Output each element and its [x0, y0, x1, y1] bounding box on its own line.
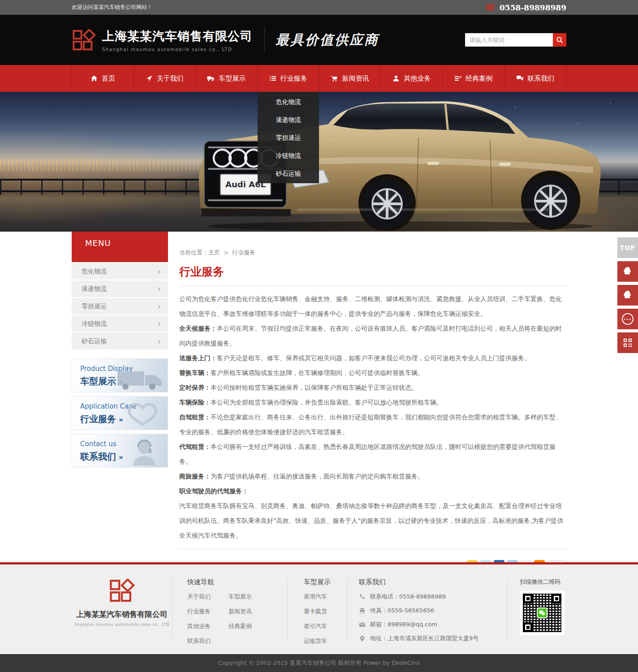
- list-check-icon: [454, 75, 461, 82]
- sidebar-menu-item[interactable]: 冷链物流 ›: [72, 315, 168, 332]
- sidebar-menu-item[interactable]: 速递物流 ›: [72, 280, 168, 297]
- nav-label: 联系我们: [528, 74, 555, 83]
- search-input[interactable]: [465, 33, 553, 47]
- paragraph-lead: 商旅服务：: [179, 473, 211, 480]
- chevron-right-icon: ›: [158, 319, 161, 328]
- nav-item-models[interactable]: 车型展示: [195, 65, 257, 92]
- paragraph-lead: 车辆保险：: [179, 399, 211, 406]
- sidebar-header: 行业服务 MENU: [72, 232, 168, 262]
- site-logo[interactable]: 上海某某汽车销售有限公司 Shanghai moumou automobile …: [72, 28, 253, 52]
- phone-handset-icon: [359, 594, 366, 600]
- qzone-share-icon[interactable]: ★: [467, 560, 478, 562]
- footer-model-link[interactable]: 重卡载货: [304, 607, 347, 616]
- more-share-icon[interactable]: ✚: [534, 560, 545, 562]
- contact-row: 传真：0559-56565656: [359, 607, 507, 615]
- sina-weibo-share-icon[interactable]: ◉: [480, 560, 491, 562]
- footer-model-link[interactable]: 运输货车: [304, 637, 347, 645]
- location-arrow-icon: [146, 75, 153, 82]
- dropdown-item[interactable]: 砂石运输: [258, 164, 319, 182]
- nav-item-services[interactable]: 行业服务: [257, 65, 319, 92]
- share-bar: ★ ◉ 人 Ⓟ ♞ ✚ 0: [179, 560, 566, 562]
- search-button[interactable]: [553, 33, 566, 47]
- footer-quick-nav: 快速导航 关于我们车型展示行业服务新闻资讯其他业务经典案例联系我们: [172, 578, 288, 641]
- dropdown-item[interactable]: 零担速运: [258, 129, 319, 146]
- floating-toolbar: TOP ...: [617, 237, 638, 353]
- magnifier-icon: [556, 36, 563, 43]
- share-count: 0: [548, 560, 566, 562]
- truck-photo: [116, 365, 167, 391]
- nav-item-cases[interactable]: 经典案例: [442, 65, 504, 92]
- company-name: 上海某某汽车销售有限公司: [102, 28, 253, 44]
- wechat-icon: [537, 607, 547, 618]
- nav-item-news[interactable]: 新闻资讯: [319, 65, 381, 92]
- paragraph-text: 客户所租车辆遇险或发生故障，在车辆修理期间，公司可提供临时替换车辆。: [211, 369, 424, 376]
- wechat-qr-code: [520, 590, 565, 635]
- chevron-right-icon: ›: [158, 284, 161, 293]
- tieba-share-icon[interactable]: ♞: [521, 560, 531, 562]
- nav-label: 其他业务: [404, 74, 431, 83]
- paragraph-text: 客户无论是租车、修车、保养或其它相关问题，如客户不便来我公司办理，公司可派相关专…: [217, 354, 530, 362]
- sidebar-menu: 危化物流 › 速递物流 › 零担速运 › 冷链物流 ›: [72, 263, 168, 349]
- paragraph-text: 不论您是家庭出行、商务往来、公务出行、出外旅行还是短期替换车，我们都能向您提供符…: [179, 414, 562, 435]
- page-title: 行业服务: [179, 264, 566, 286]
- paragraph-text: 本公司按时给租赁车辆实施保养，以保障客户所租车辆处于正常运转状态。: [211, 384, 418, 391]
- promo-services[interactable]: Application Case 行业服务»: [72, 396, 168, 430]
- qq-contact-button-1[interactable]: [617, 261, 638, 282]
- paragraph: 代驾租赁：本公司拥有一支经过严格训练，高素质、熟悉长春及周边地区道路情况的驾驶员…: [179, 439, 566, 469]
- main-nav: 首页 关于我们 车型展示 行业服务 新闻资讯 其他业务: [0, 65, 638, 92]
- sidebar-menu-label: 速递物流: [82, 285, 107, 293]
- footer-column-title: 快速导航: [187, 578, 287, 586]
- sidebar-menu-item[interactable]: 零担速运 ›: [72, 298, 168, 314]
- back-to-top-button[interactable]: TOP: [617, 237, 638, 258]
- qq-contact-button-2[interactable]: [617, 285, 638, 306]
- paragraph-lead: 替换车辆：: [179, 369, 211, 376]
- breadcrumb-current: 行业服务: [232, 249, 255, 256]
- heart-hands-photo: [116, 399, 167, 429]
- breadcrumb: 当前位置：主页 > 行业服务: [179, 249, 566, 257]
- qr-finder-mark: [523, 622, 533, 632]
- paragraph: 替换车辆：客户所租车辆遇险或发生故障，在车辆修理期间，公司可提供临时替换车辆。: [179, 366, 566, 380]
- share-buttons: ★ ◉ 人 Ⓟ ♞ ✚: [467, 560, 545, 562]
- footer-nav-link[interactable]: 联系我们: [187, 637, 228, 645]
- tencent-pengyou-share-icon[interactable]: Ⓟ: [507, 560, 518, 562]
- paragraph: 全天候服务：本公司在周末、节假日均提供正常服务。在夜间，公司设有值班人员。客户遇…: [179, 321, 566, 351]
- footer-model-link[interactable]: 家用汽车: [304, 593, 347, 601]
- footer-nav-link[interactable]: 新闻资讯: [228, 607, 287, 616]
- footer-model-link[interactable]: 牵引汽车: [304, 622, 347, 630]
- dropdown-item[interactable]: 危化物流: [258, 93, 319, 111]
- sidebar-menu-item[interactable]: 危化物流 ›: [72, 263, 168, 280]
- footer-qr-column: 扫描微信二维码: [507, 578, 566, 641]
- article-body: 公司为危化客户提供危化行业危化车辆销售、金融支持、服务、二维检测、罐体检测与清洗…: [179, 292, 566, 543]
- promo-models[interactable]: Product Display 车型展示»: [72, 358, 168, 392]
- qr-code-icon: [623, 338, 633, 348]
- qr-code-button[interactable]: [617, 332, 638, 353]
- footer-nav-link[interactable]: 行业服务: [187, 607, 228, 616]
- cart-icon: [331, 75, 338, 82]
- dropdown-item[interactable]: 速递物流: [258, 111, 319, 129]
- footer-nav-link[interactable]: 关于我们: [187, 593, 228, 601]
- site-footer: 上海某某汽车销售有限公司 Shanghai moumou automobile …: [0, 564, 638, 654]
- paragraph-text: 为客户提供机场单程、往返的接送服务，面向长期客户的定向购车租赁服务。: [211, 473, 424, 480]
- footer-nav-link[interactable]: 车型展示: [228, 593, 287, 601]
- search-form: [465, 33, 566, 47]
- sidebar-menu-item[interactable]: 砂石运输 ›: [72, 333, 168, 349]
- mail-icon: [359, 621, 366, 628]
- contact-row: 地址：上海市浦东新区长江路国贸大厦9号: [359, 634, 507, 642]
- nav-item-other[interactable]: 其他业务: [380, 65, 442, 92]
- dropdown-item[interactable]: 冷链物流: [258, 146, 319, 164]
- breadcrumb-home-link[interactable]: 主页: [208, 249, 220, 256]
- footer-nav-link[interactable]: 其他业务: [187, 622, 228, 630]
- sidebar-promos: Product Display 车型展示» Application Case 行…: [72, 358, 168, 468]
- nav-item-home[interactable]: 首页: [72, 65, 134, 92]
- footer-contact: 联系我们 联系电话：0558-89898989 传真：0559-56565656…: [347, 578, 507, 641]
- truck-icon: [207, 75, 215, 82]
- nav-item-about[interactable]: 关于我们: [134, 65, 195, 92]
- more-contact-button[interactable]: ...: [617, 309, 638, 329]
- breadcrumb-prefix: 当前位置：: [179, 249, 208, 256]
- promo-contact[interactable]: Contact us 联系我们»: [72, 434, 168, 468]
- renren-share-icon[interactable]: 人: [494, 560, 504, 562]
- company-name-en: Shanghai moumou automobile sales co., LT…: [102, 47, 253, 52]
- paragraph-lead: 全天候服务：: [179, 325, 217, 332]
- nav-item-contact[interactable]: 联系我们: [504, 65, 566, 92]
- footer-nav-link[interactable]: 经典案例: [228, 622, 287, 630]
